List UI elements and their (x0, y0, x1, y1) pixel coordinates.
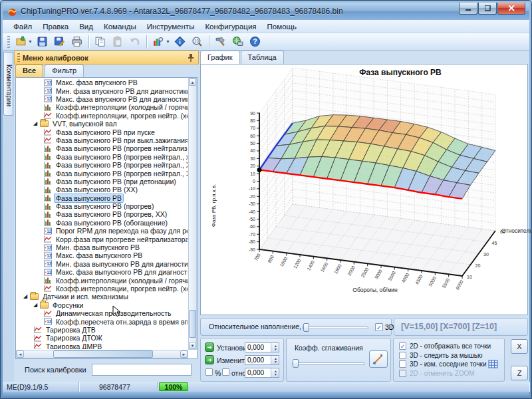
relative-checkbox[interactable] (222, 368, 229, 376)
tree-item[interactable]: Фаза выпускного РВ при пуске (17, 128, 188, 136)
tree-item[interactable]: Фаза выпускного РВ (обогащение) (17, 219, 188, 227)
change-value-spinner[interactable]: 0,000▲▼ (245, 355, 279, 365)
expander-icon[interactable]: ◢ (33, 303, 39, 308)
find-value-button[interactable]: 10 (190, 35, 205, 49)
search-input[interactable] (92, 364, 192, 376)
menu-item-5[interactable]: Конфигурация (200, 21, 261, 32)
3d-checkbox[interactable]: ✓ (375, 323, 383, 331)
relative-value-spinner[interactable]: 0,000▲▼ (245, 368, 279, 378)
connect-button[interactable] (230, 35, 246, 49)
tree-item[interactable]: 12Мин. фаза впускного РВ для диагностики (17, 86, 188, 94)
menu-item-3[interactable]: Команды (98, 21, 142, 32)
tree-folder[interactable]: ◢Датчики и исп. механизмы (17, 293, 188, 301)
maximize-button[interactable] (478, 3, 497, 15)
horizontal-scroll-thumb[interactable] (53, 350, 153, 358)
menu-item-2[interactable]: Вид (74, 21, 98, 32)
svg-text:Фаза РВ, гр.п.к.в.: Фаза РВ, гр.п.к.в. (211, 184, 217, 227)
dropdown-arrow-icon[interactable]: ▼ (166, 39, 170, 44)
tree-item[interactable]: Коэфф.интерполяции, прогрев нейтр. (холо… (17, 112, 188, 120)
tree-item[interactable]: 12Коэфф.пересчета отн.заряда в время впр… (17, 317, 188, 325)
tree-item[interactable]: 12Мин. фаза выпускного РВ для диагностик… (17, 260, 188, 268)
tree-item[interactable]: 12Макс. фаза выпускного РВ (17, 251, 188, 259)
tree-item[interactable]: Коэфф.интерполяции (холодный / горячий ) (17, 103, 188, 111)
tree-item[interactable]: Коэфф.интерполяции (холодный / горячий ) (17, 276, 188, 284)
scroll-down-icon[interactable]: ▼ (189, 342, 196, 349)
fill-slider-thumb[interactable] (303, 323, 309, 332)
close-button[interactable] (497, 3, 525, 15)
help-button[interactable]: ? (247, 35, 263, 49)
value-table-icon: 12 (43, 79, 52, 86)
tree-item[interactable]: Коэфф.интерполяции, прогрев нейтр. (холо… (17, 285, 188, 293)
option-checkbox[interactable] (399, 352, 406, 359)
tree-item[interactable]: 12Макс. фаза впускного РВ для диагностик… (17, 95, 188, 103)
grid-points-icon[interactable] (488, 360, 498, 368)
option-checkbox[interactable] (399, 360, 406, 368)
tree-item[interactable]: Тарировка ДТВ (17, 326, 188, 334)
tree-item[interactable]: Динамическая производительность (17, 309, 188, 317)
save-button[interactable] (35, 35, 51, 49)
apply-set-icon[interactable]: ➜ (205, 342, 214, 352)
tree-item[interactable]: 12Макс. фаза выпускного РВ для диагности… (17, 268, 188, 276)
tree-item[interactable]: 12Порог RPM для перехода на фазу для реж… (17, 227, 188, 235)
tab-filter[interactable]: Фильтр (45, 65, 84, 77)
menu-item-4[interactable]: Инструменты (142, 21, 200, 32)
percent-checkbox[interactable] (205, 368, 213, 376)
smoothing-slider-thumb[interactable] (293, 359, 299, 368)
chart-3d-surface[interactable]: -90-80-70-60-50-40-30-20-100102030405060… (200, 64, 528, 315)
tab-table[interactable]: Таблица (241, 51, 284, 64)
scroll-right-icon[interactable]: ► (180, 350, 188, 358)
tools-button[interactable] (213, 35, 229, 49)
smoothing-slider[interactable] (292, 358, 365, 368)
apply-change-icon[interactable]: ➜ (205, 355, 214, 364)
display-option-1[interactable]: 3D - следить за мышью (394, 351, 504, 360)
open-file-button[interactable] (13, 35, 29, 49)
tree-item[interactable]: Тарировка ДМРВ (17, 342, 188, 350)
scroll-left-icon[interactable]: ◄ (17, 350, 24, 358)
tree-item[interactable]: Фаза выпускного РВ (при детонации) (17, 178, 188, 186)
x-axis-button[interactable]: X (511, 339, 528, 354)
tree-item[interactable]: Корр.фаза при прогреве нейтрализатора (17, 235, 188, 243)
scroll-up-icon[interactable]: ▲ (189, 78, 196, 86)
info-button[interactable]: i (172, 35, 188, 49)
tree-item[interactable]: 12Мин. фаза выпускного РВ (17, 243, 188, 251)
tree-item[interactable]: Фаза выпускного РВ (прогрев нейтрал., ХХ… (17, 161, 188, 169)
tree-item[interactable]: Фаза выпускного РВ при выкл.зажигания (17, 136, 188, 144)
tree-vertical-scrollbar[interactable]: ▲ ▼ (188, 78, 197, 350)
tree-item[interactable]: Фаза выпускного РВ (17, 194, 188, 201)
tree-item[interactable]: Фаза выпускного РВ (прогрев, ХХ) (17, 210, 188, 218)
tree-folder[interactable]: ◢VVT, выпускной вал (17, 120, 188, 128)
tree-item[interactable]: 12Макс. фаза впускного РВ (17, 78, 188, 86)
tree-item[interactable]: Фаза выпускного РВ (прогрев нейтрал., ХХ… (17, 169, 188, 177)
chart-compare-button[interactable] (150, 35, 166, 49)
tree-item[interactable]: Фаза выпускного РВ (прогрев) (17, 202, 188, 210)
tab-all[interactable]: Все (15, 65, 43, 77)
tree-item[interactable]: Тарировка ДТОЖ (17, 334, 188, 342)
save-as-button[interactable] (52, 35, 68, 49)
tree-item[interactable]: Фаза выпускного РВ (прогрев нейтрал., хо… (17, 153, 188, 161)
pin-icon[interactable] (187, 53, 195, 63)
vertical-scroll-thumb[interactable] (189, 310, 196, 338)
print-button[interactable] (69, 35, 85, 49)
fill-slider[interactable] (302, 323, 368, 332)
tree-item[interactable]: Фаза выпускного РВ (ХХ) (17, 186, 188, 194)
z-axis-button[interactable]: Z (511, 366, 528, 380)
display-option-2[interactable]: 3D - изм. соседние точки (394, 360, 504, 369)
minimize-button[interactable] (459, 3, 477, 15)
tree-horizontal-scrollbar[interactable]: ◄ ► (16, 350, 188, 358)
tab-graph[interactable]: График (200, 51, 240, 64)
menu-item-0[interactable]: Файл (8, 21, 37, 32)
status-ecu: ME(D)9.1/9.5 (3, 382, 79, 392)
expander-icon[interactable]: ◢ (33, 121, 39, 126)
menu-item-1[interactable]: Правка (37, 21, 74, 32)
set-value-spinner[interactable]: 0,000▲▼ (245, 342, 279, 352)
dropdown-arrow-icon[interactable]: ▼ (28, 39, 33, 44)
menu-item-6[interactable]: Помощь (262, 21, 302, 32)
copy-button[interactable] (92, 35, 108, 49)
comments-tab[interactable]: Комментарии (3, 52, 13, 116)
tree-item[interactable]: Фаза выпускного РВ (прогрев нейтрализато… (17, 144, 188, 152)
expander-icon[interactable]: ◢ (23, 294, 29, 299)
display-option-0[interactable]: ✓2D - отображать все точки (394, 342, 504, 351)
option-checkbox[interactable]: ✓ (399, 342, 406, 350)
tree-folder[interactable]: ◢Форсунки (17, 301, 188, 309)
interpolate-button[interactable] (369, 350, 388, 368)
